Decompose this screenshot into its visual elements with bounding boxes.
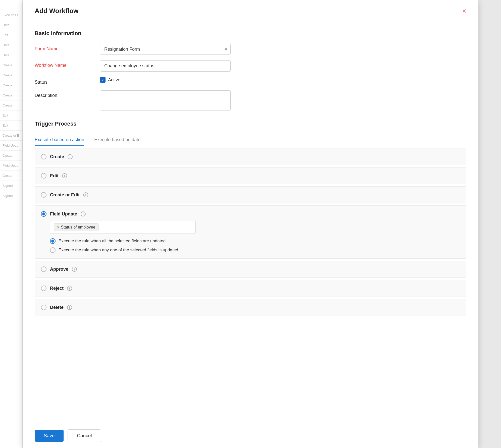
sidebar-item-10: Edit xyxy=(0,110,22,121)
action-row-field-update: Field Update i xyxy=(41,211,86,217)
radio-all-fields[interactable] xyxy=(50,238,56,244)
trigger-title: Trigger Process xyxy=(35,121,466,127)
radio-delete[interactable] xyxy=(41,305,46,310)
cancel-button[interactable]: Cancel xyxy=(68,429,101,442)
radio-edit[interactable] xyxy=(41,173,46,179)
active-checkbox[interactable] xyxy=(100,77,106,83)
tag-close-icon[interactable]: × xyxy=(57,225,59,230)
execute-option-label-all: Execute the rule when all the selected f… xyxy=(59,239,167,244)
action-item-approve: Approve i xyxy=(35,261,466,278)
workflow-name-label: Workflow Name xyxy=(35,60,100,68)
action-row-create-or-edit: Create or Edit i xyxy=(41,192,88,198)
info-icon-create-or-edit[interactable]: i xyxy=(83,192,88,197)
info-icon-field-update[interactable]: i xyxy=(81,211,86,216)
status-control: Active xyxy=(100,77,231,83)
action-label-edit: Edit xyxy=(50,173,59,179)
close-button[interactable]: × xyxy=(462,8,466,15)
execute-option-row-all: Execute the rule when all the selected f… xyxy=(50,238,460,244)
basic-info-title: Basic Information xyxy=(35,30,466,37)
action-list: Create i Edit i xyxy=(35,148,466,316)
description-control xyxy=(100,90,231,111)
sidebar-item-2: Edit xyxy=(0,30,22,40)
radio-reject[interactable] xyxy=(41,286,46,291)
action-label-delete: Delete xyxy=(50,305,64,310)
sidebar-item-0: Execute O xyxy=(0,10,22,20)
sidebar-item-7: Create xyxy=(0,80,22,90)
modal-dialog: Add Workflow × Basic Information Form Na… xyxy=(23,0,478,448)
sidebar-item-8: Create xyxy=(0,90,22,100)
active-label: Active xyxy=(108,77,120,83)
sidebar: Execute O Date Edit Date Date Create Cre… xyxy=(0,0,23,448)
sidebar-item-5: Create xyxy=(0,60,22,70)
action-row-reject: Reject i xyxy=(41,286,72,291)
workflow-name-input[interactable] xyxy=(100,60,231,72)
sidebar-item-17: Signed xyxy=(0,181,22,191)
info-icon-delete[interactable]: i xyxy=(67,305,72,310)
action-row-approve: Approve i xyxy=(41,266,77,272)
form-name-group: Form Name Resignation Form xyxy=(35,44,466,55)
workflow-name-control xyxy=(100,60,231,72)
save-button[interactable]: Save xyxy=(35,430,64,442)
action-item-edit: Edit i xyxy=(35,167,466,184)
field-update-content: × Status of employee Execute the rule wh… xyxy=(41,221,460,253)
action-item-create: Create i xyxy=(35,148,466,165)
action-item-reject: Reject i xyxy=(35,280,466,297)
modal-body: Basic Information Form Name Resignation … xyxy=(23,21,478,423)
sidebar-item-15: Field Upda xyxy=(0,161,22,171)
action-label-reject: Reject xyxy=(50,286,64,291)
info-icon-reject[interactable]: i xyxy=(67,286,72,291)
sidebar-item-16: Create xyxy=(0,171,22,181)
action-item-create-or-edit: Create or Edit i xyxy=(35,186,466,203)
modal: Add Workflow × Basic Information Form Na… xyxy=(23,0,501,448)
modal-title: Add Workflow xyxy=(35,7,78,15)
description-group: Description xyxy=(35,90,466,111)
modal-footer: Save Cancel xyxy=(23,423,478,448)
radio-field-update[interactable] xyxy=(41,211,46,217)
status-group: Status Active xyxy=(35,77,466,85)
action-item-field-update: Field Update i × Status of employee xyxy=(35,205,466,259)
sidebar-item-13: Field Upda xyxy=(0,141,22,151)
sidebar-item-1: Date xyxy=(0,20,22,30)
form-name-label: Form Name xyxy=(35,44,100,51)
radio-approve[interactable] xyxy=(41,266,46,272)
action-label-approve: Approve xyxy=(50,267,68,272)
sidebar-item-18: Signed xyxy=(0,191,22,201)
trigger-section: Trigger Process Execute based on action … xyxy=(35,121,466,316)
status-checkbox-group: Active xyxy=(100,77,231,83)
info-icon-edit[interactable]: i xyxy=(62,173,67,178)
action-label-create: Create xyxy=(50,154,64,159)
form-name-control: Resignation Form xyxy=(100,44,231,55)
form-name-select[interactable]: Resignation Form xyxy=(100,44,231,55)
workflow-name-group: Workflow Name xyxy=(35,60,466,72)
field-tag-container[interactable]: × Status of employee xyxy=(50,221,196,234)
sidebar-item-4: Date xyxy=(0,50,22,60)
radio-create[interactable] xyxy=(41,154,46,159)
status-label: Status xyxy=(35,77,100,85)
action-item-delete: Delete i xyxy=(35,299,466,316)
tag-label: Status of employee xyxy=(61,225,95,230)
sidebar-item-11: Edit xyxy=(0,121,22,131)
action-row-create: Create i xyxy=(41,154,73,159)
info-icon-create[interactable]: i xyxy=(68,154,73,159)
tag-status-of-employee: × Status of employee xyxy=(54,223,98,231)
sidebar-item-6: Create xyxy=(0,70,22,80)
execute-option-row-any: Execute the rule when any one of the sel… xyxy=(50,247,460,253)
tab-execute-action[interactable]: Execute based on action xyxy=(35,134,84,146)
action-label-create-or-edit: Create or Edit xyxy=(50,192,80,198)
description-input[interactable] xyxy=(100,90,231,110)
form-name-select-wrapper: Resignation Form xyxy=(100,44,231,55)
trigger-tab-bar: Execute based on action Execute based on… xyxy=(35,134,466,146)
radio-create-or-edit[interactable] xyxy=(41,192,46,198)
radio-any-field[interactable] xyxy=(50,247,56,253)
info-icon-approve[interactable]: i xyxy=(72,267,77,272)
action-row-delete: Delete i xyxy=(41,305,72,310)
execute-option-label-any: Execute the rule when any one of the sel… xyxy=(59,248,179,253)
action-label-field-update: Field Update xyxy=(50,211,77,217)
sidebar-item-12: Create or E xyxy=(0,131,22,141)
action-row-edit: Edit i xyxy=(41,173,67,179)
sidebar-item-3: Date xyxy=(0,40,22,50)
modal-header: Add Workflow × xyxy=(23,0,478,21)
tab-execute-date[interactable]: Execute based on date xyxy=(94,134,140,146)
sidebar-item-9: Create xyxy=(0,100,22,110)
sidebar-item-14: Create xyxy=(0,151,22,161)
